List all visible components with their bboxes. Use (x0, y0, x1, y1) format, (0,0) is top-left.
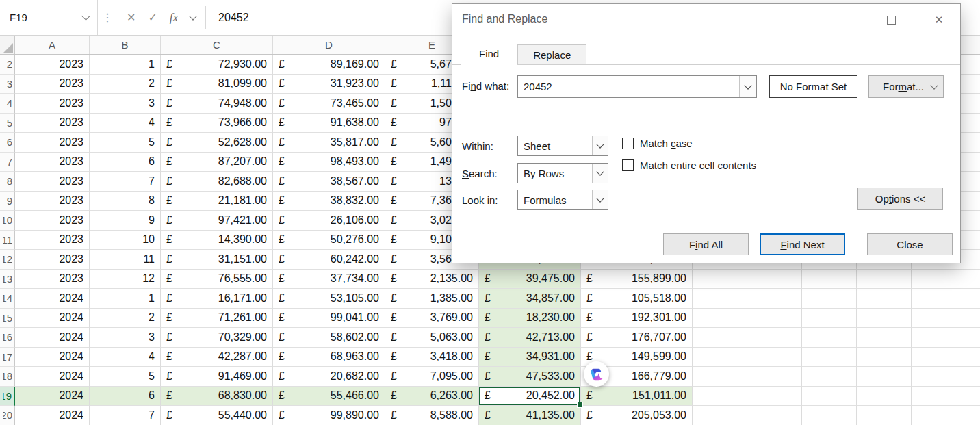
cell[interactable]: £37,734.00 (273, 270, 385, 289)
cell[interactable]: £31,923.00 (273, 75, 385, 94)
find-what-combobox[interactable]: 20452 (517, 75, 757, 98)
cell[interactable]: £87,207.00 (161, 153, 273, 172)
row-header[interactable]: 12 (0, 250, 15, 270)
name-box[interactable]: F19 (0, 0, 98, 35)
cell[interactable]: £41,135.00 (479, 406, 581, 425)
cell[interactable] (693, 270, 747, 289)
cell[interactable]: £55,466.00 (273, 387, 385, 407)
cell[interactable]: 2023 (15, 250, 90, 270)
cell[interactable]: £89,169.00 (273, 55, 385, 75)
search-dropdown[interactable]: By Rows (517, 163, 608, 183)
maximize-button[interactable] (884, 13, 899, 27)
look-in-dropdown-button[interactable] (592, 190, 608, 209)
cell[interactable]: 2023 (15, 75, 90, 94)
row-header[interactable]: 19 (0, 387, 15, 407)
cell[interactable]: £155,899.00 (581, 270, 693, 289)
cell[interactable] (802, 348, 857, 368)
column-header[interactable]: A (15, 36, 90, 54)
cell[interactable]: £52,628.00 (161, 133, 273, 153)
cell[interactable]: 7 (90, 406, 161, 425)
cell[interactable]: £91,638.00 (273, 114, 385, 133)
within-dropdown-button[interactable] (592, 136, 608, 155)
row-header[interactable]: 15 (0, 309, 15, 329)
cell[interactable]: £151,011.00 (581, 387, 693, 407)
cell[interactable]: 3 (90, 328, 161, 348)
row-header[interactable]: 6 (0, 133, 15, 153)
cell[interactable] (802, 406, 857, 425)
cell[interactable]: £58,602.00 (273, 328, 385, 348)
cell[interactable]: 2023 (15, 211, 90, 231)
cell[interactable]: £1,385.00 (385, 289, 479, 309)
options-button[interactable]: Options << (858, 188, 943, 210)
cell[interactable]: £42,287.00 (161, 348, 273, 368)
cell[interactable]: 5 (90, 133, 161, 153)
cell[interactable]: 2023 (15, 153, 90, 172)
tab-replace[interactable]: Replace (517, 44, 586, 64)
cell[interactable] (857, 309, 912, 329)
cell[interactable]: 2023 (15, 192, 90, 211)
cell[interactable]: 6 (90, 153, 161, 172)
cell[interactable]: £6,263.00 (385, 387, 479, 407)
cell[interactable]: £20,682.00 (273, 367, 385, 387)
cell[interactable] (802, 367, 857, 387)
row-header[interactable]: 11 (0, 231, 15, 250)
insert-function-icon[interactable]: fx (170, 11, 178, 25)
cell[interactable]: £5,063.00 (385, 328, 479, 348)
cell[interactable] (857, 270, 912, 289)
row-header[interactable]: 4 (0, 94, 15, 114)
cell[interactable] (693, 309, 747, 329)
cell[interactable]: 5 (90, 367, 161, 387)
cell[interactable] (693, 367, 747, 387)
cell[interactable]: 4 (90, 114, 161, 133)
close-button[interactable]: ✕ (931, 13, 946, 27)
match-entire-cell-checkbox[interactable]: Match entire cell contents (622, 159, 756, 171)
cell[interactable] (857, 387, 912, 407)
row-header[interactable]: 17 (0, 348, 15, 368)
find-what-dropdown-button[interactable] (739, 76, 756, 97)
cell[interactable]: £91,469.00 (161, 367, 273, 387)
drag-handle-icon[interactable]: ⋮ (98, 0, 117, 35)
cell[interactable]: £205,053.00 (581, 406, 693, 425)
cell[interactable] (802, 309, 857, 329)
cell[interactable]: 6 (90, 387, 161, 407)
cell[interactable]: £39,475.00 (479, 270, 581, 289)
chevron-down-icon[interactable] (189, 12, 196, 20)
cell[interactable]: £99,890.00 (273, 406, 385, 425)
cell[interactable] (802, 289, 857, 309)
cell[interactable]: £42,713.00 (479, 328, 581, 348)
find-what-value[interactable]: 20452 (518, 76, 739, 97)
cell[interactable]: £55,440.00 (161, 406, 273, 425)
find-all-button[interactable]: Find All (663, 233, 749, 255)
cell[interactable]: £105,518.00 (581, 289, 693, 309)
cell[interactable]: 2 (90, 75, 161, 94)
format-button[interactable]: Format... (868, 75, 944, 98)
select-all-corner[interactable] (0, 36, 15, 54)
row-header[interactable]: 20 (0, 406, 15, 425)
cell[interactable]: £97,421.00 (161, 211, 273, 231)
cell[interactable]: 2023 (15, 94, 90, 114)
cell[interactable]: £2,135.00 (385, 270, 479, 289)
cell[interactable]: 2024 (15, 348, 90, 368)
cell[interactable]: £76,555.00 (161, 270, 273, 289)
cell[interactable]: £38,832.00 (273, 192, 385, 211)
cell[interactable]: £98,493.00 (273, 153, 385, 172)
cell[interactable]: £8,588.00 (385, 406, 479, 425)
cell[interactable] (912, 328, 966, 348)
cell[interactable]: £14,390.00 (161, 231, 273, 250)
cell[interactable]: £60,242.00 (273, 250, 385, 270)
row-header[interactable]: 18 (0, 367, 15, 387)
cell[interactable]: £26,106.00 (273, 211, 385, 231)
cell[interactable]: 2023 (15, 133, 90, 153)
cell[interactable]: £34,931.00 (479, 348, 581, 368)
enter-icon[interactable]: ✓ (148, 11, 157, 24)
cell[interactable]: £18,230.00 (479, 309, 581, 329)
column-header[interactable]: C (161, 36, 273, 54)
cell[interactable] (747, 328, 802, 348)
cell[interactable]: 8 (90, 192, 161, 211)
cell[interactable]: £192,301.00 (581, 309, 693, 329)
row-header[interactable]: 5 (0, 114, 15, 133)
cell[interactable]: £47,533.00 (479, 367, 581, 387)
cell[interactable]: 2023 (15, 55, 90, 75)
cell[interactable]: £73,465.00 (273, 94, 385, 114)
cell[interactable] (857, 328, 912, 348)
